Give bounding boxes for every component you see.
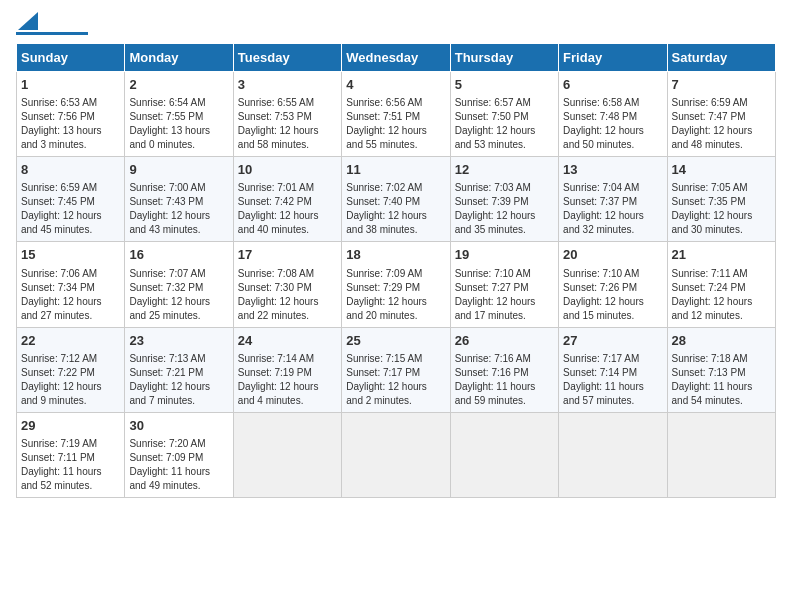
day-info: Sunrise: 7:02 AM Sunset: 7:40 PM Dayligh…	[346, 181, 445, 237]
day-info: Sunrise: 7:17 AM Sunset: 7:14 PM Dayligh…	[563, 352, 662, 408]
day-number: 14	[672, 161, 771, 179]
day-info: Sunrise: 7:15 AM Sunset: 7:17 PM Dayligh…	[346, 352, 445, 408]
day-cell-10: 10Sunrise: 7:01 AM Sunset: 7:42 PM Dayli…	[233, 157, 341, 242]
day-info: Sunrise: 7:07 AM Sunset: 7:32 PM Dayligh…	[129, 267, 228, 323]
day-number: 1	[21, 76, 120, 94]
day-number: 13	[563, 161, 662, 179]
day-info: Sunrise: 6:58 AM Sunset: 7:48 PM Dayligh…	[563, 96, 662, 152]
day-cell-21: 21Sunrise: 7:11 AM Sunset: 7:24 PM Dayli…	[667, 242, 775, 327]
day-header-saturday: Saturday	[667, 44, 775, 72]
svg-marker-0	[18, 12, 38, 30]
day-info: Sunrise: 7:11 AM Sunset: 7:24 PM Dayligh…	[672, 267, 771, 323]
week-row-3: 15Sunrise: 7:06 AM Sunset: 7:34 PM Dayli…	[17, 242, 776, 327]
day-cell-5: 5Sunrise: 6:57 AM Sunset: 7:50 PM Daylig…	[450, 72, 558, 157]
day-number: 8	[21, 161, 120, 179]
week-row-1: 1Sunrise: 6:53 AM Sunset: 7:56 PM Daylig…	[17, 72, 776, 157]
day-cell-13: 13Sunrise: 7:04 AM Sunset: 7:37 PM Dayli…	[559, 157, 667, 242]
day-number: 23	[129, 332, 228, 350]
day-cell-16: 16Sunrise: 7:07 AM Sunset: 7:32 PM Dayli…	[125, 242, 233, 327]
day-info: Sunrise: 7:01 AM Sunset: 7:42 PM Dayligh…	[238, 181, 337, 237]
day-header-thursday: Thursday	[450, 44, 558, 72]
day-number: 19	[455, 246, 554, 264]
day-number: 20	[563, 246, 662, 264]
day-header-monday: Monday	[125, 44, 233, 72]
week-row-5: 29Sunrise: 7:19 AM Sunset: 7:11 PM Dayli…	[17, 412, 776, 497]
day-cell-28: 28Sunrise: 7:18 AM Sunset: 7:13 PM Dayli…	[667, 327, 775, 412]
day-cell-15: 15Sunrise: 7:06 AM Sunset: 7:34 PM Dayli…	[17, 242, 125, 327]
day-number: 10	[238, 161, 337, 179]
day-number: 24	[238, 332, 337, 350]
day-number: 21	[672, 246, 771, 264]
day-info: Sunrise: 6:56 AM Sunset: 7:51 PM Dayligh…	[346, 96, 445, 152]
day-number: 30	[129, 417, 228, 435]
day-header-tuesday: Tuesday	[233, 44, 341, 72]
day-number: 26	[455, 332, 554, 350]
day-cell-22: 22Sunrise: 7:12 AM Sunset: 7:22 PM Dayli…	[17, 327, 125, 412]
day-cell-2: 2Sunrise: 6:54 AM Sunset: 7:55 PM Daylig…	[125, 72, 233, 157]
day-cell-23: 23Sunrise: 7:13 AM Sunset: 7:21 PM Dayli…	[125, 327, 233, 412]
day-cell-18: 18Sunrise: 7:09 AM Sunset: 7:29 PM Dayli…	[342, 242, 450, 327]
empty-cell	[559, 412, 667, 497]
day-info: Sunrise: 7:20 AM Sunset: 7:09 PM Dayligh…	[129, 437, 228, 493]
day-cell-30: 30Sunrise: 7:20 AM Sunset: 7:09 PM Dayli…	[125, 412, 233, 497]
day-number: 15	[21, 246, 120, 264]
day-cell-29: 29Sunrise: 7:19 AM Sunset: 7:11 PM Dayli…	[17, 412, 125, 497]
day-info: Sunrise: 6:55 AM Sunset: 7:53 PM Dayligh…	[238, 96, 337, 152]
day-info: Sunrise: 6:57 AM Sunset: 7:50 PM Dayligh…	[455, 96, 554, 152]
day-info: Sunrise: 7:06 AM Sunset: 7:34 PM Dayligh…	[21, 267, 120, 323]
day-number: 5	[455, 76, 554, 94]
day-cell-24: 24Sunrise: 7:14 AM Sunset: 7:19 PM Dayli…	[233, 327, 341, 412]
day-cell-7: 7Sunrise: 6:59 AM Sunset: 7:47 PM Daylig…	[667, 72, 775, 157]
day-number: 22	[21, 332, 120, 350]
day-info: Sunrise: 7:09 AM Sunset: 7:29 PM Dayligh…	[346, 267, 445, 323]
day-cell-25: 25Sunrise: 7:15 AM Sunset: 7:17 PM Dayli…	[342, 327, 450, 412]
day-cell-11: 11Sunrise: 7:02 AM Sunset: 7:40 PM Dayli…	[342, 157, 450, 242]
logo	[16, 16, 88, 35]
day-number: 16	[129, 246, 228, 264]
logo-icon	[18, 12, 38, 30]
day-cell-1: 1Sunrise: 6:53 AM Sunset: 7:56 PM Daylig…	[17, 72, 125, 157]
day-info: Sunrise: 7:10 AM Sunset: 7:26 PM Dayligh…	[563, 267, 662, 323]
empty-cell	[233, 412, 341, 497]
day-cell-27: 27Sunrise: 7:17 AM Sunset: 7:14 PM Dayli…	[559, 327, 667, 412]
day-number: 12	[455, 161, 554, 179]
day-info: Sunrise: 7:12 AM Sunset: 7:22 PM Dayligh…	[21, 352, 120, 408]
day-cell-6: 6Sunrise: 6:58 AM Sunset: 7:48 PM Daylig…	[559, 72, 667, 157]
day-info: Sunrise: 7:00 AM Sunset: 7:43 PM Dayligh…	[129, 181, 228, 237]
day-info: Sunrise: 7:19 AM Sunset: 7:11 PM Dayligh…	[21, 437, 120, 493]
day-cell-9: 9Sunrise: 7:00 AM Sunset: 7:43 PM Daylig…	[125, 157, 233, 242]
day-header-sunday: Sunday	[17, 44, 125, 72]
day-header-friday: Friday	[559, 44, 667, 72]
day-cell-26: 26Sunrise: 7:16 AM Sunset: 7:16 PM Dayli…	[450, 327, 558, 412]
day-cell-12: 12Sunrise: 7:03 AM Sunset: 7:39 PM Dayli…	[450, 157, 558, 242]
day-info: Sunrise: 7:04 AM Sunset: 7:37 PM Dayligh…	[563, 181, 662, 237]
day-number: 3	[238, 76, 337, 94]
day-number: 7	[672, 76, 771, 94]
empty-cell	[667, 412, 775, 497]
day-number: 18	[346, 246, 445, 264]
day-number: 4	[346, 76, 445, 94]
day-number: 27	[563, 332, 662, 350]
day-info: Sunrise: 7:13 AM Sunset: 7:21 PM Dayligh…	[129, 352, 228, 408]
logo-underline	[16, 32, 88, 35]
day-number: 17	[238, 246, 337, 264]
day-cell-14: 14Sunrise: 7:05 AM Sunset: 7:35 PM Dayli…	[667, 157, 775, 242]
day-info: Sunrise: 7:14 AM Sunset: 7:19 PM Dayligh…	[238, 352, 337, 408]
day-cell-8: 8Sunrise: 6:59 AM Sunset: 7:45 PM Daylig…	[17, 157, 125, 242]
empty-cell	[342, 412, 450, 497]
day-info: Sunrise: 7:03 AM Sunset: 7:39 PM Dayligh…	[455, 181, 554, 237]
day-number: 9	[129, 161, 228, 179]
day-number: 2	[129, 76, 228, 94]
day-number: 25	[346, 332, 445, 350]
day-cell-19: 19Sunrise: 7:10 AM Sunset: 7:27 PM Dayli…	[450, 242, 558, 327]
day-header-wednesday: Wednesday	[342, 44, 450, 72]
empty-cell	[450, 412, 558, 497]
day-number: 6	[563, 76, 662, 94]
day-info: Sunrise: 7:08 AM Sunset: 7:30 PM Dayligh…	[238, 267, 337, 323]
page-header	[16, 16, 776, 35]
day-info: Sunrise: 6:59 AM Sunset: 7:47 PM Dayligh…	[672, 96, 771, 152]
day-number: 11	[346, 161, 445, 179]
day-info: Sunrise: 6:59 AM Sunset: 7:45 PM Dayligh…	[21, 181, 120, 237]
day-info: Sunrise: 6:54 AM Sunset: 7:55 PM Dayligh…	[129, 96, 228, 152]
day-number: 29	[21, 417, 120, 435]
